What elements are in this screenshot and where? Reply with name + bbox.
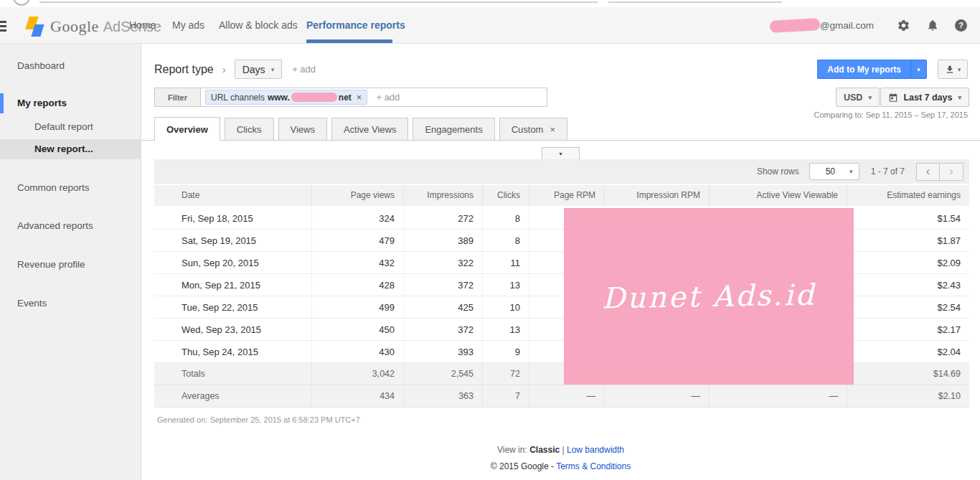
comparing-to-text: Comparing to: Sep 11, 2015 – Sep 17, 201… (814, 110, 968, 119)
column-header-date[interactable]: Date (154, 185, 311, 206)
caret-down-icon: ▾ (559, 151, 562, 157)
caret-down-icon: ▾ (868, 94, 872, 101)
averages-impression-rpm: — (604, 385, 709, 407)
sidebar-item-common-reports[interactable]: Common reports (0, 178, 141, 198)
chart-expand-toggle[interactable]: ▾ (542, 147, 580, 159)
nav-item-allow-block-ads[interactable]: Allow & block ads (219, 7, 298, 43)
sidebar-item-new-report[interactable]: New report... (0, 139, 141, 159)
cell-page-views: 479 (311, 230, 403, 251)
caret-down-icon: ▾ (849, 168, 853, 175)
calendar-icon (888, 93, 898, 103)
tab-custom[interactable]: Custom × (499, 118, 567, 141)
add-to-my-reports-button[interactable]: Add to My reports (817, 60, 910, 79)
cell-page-views: 499 (311, 296, 403, 318)
browser-chrome-remnant (0, 0, 980, 7)
dash: - (551, 461, 554, 471)
nav-item-my-ads[interactable]: My ads (172, 7, 204, 43)
settings-gear-icon[interactable] (897, 19, 910, 32)
url-channels-filter-chip[interactable]: URL channels www. net × (205, 90, 367, 105)
close-tab-icon[interactable]: × (550, 124, 555, 135)
caret-down-icon: ▾ (271, 66, 275, 73)
help-icon[interactable]: ? (955, 19, 967, 32)
copyright-text: © 2015 Google (491, 461, 549, 471)
terms-link[interactable]: Terms & Conditions (556, 461, 631, 471)
cell-clicks: 13 (482, 319, 529, 340)
tab-active-views[interactable]: Active Views (331, 118, 408, 141)
cell-page-views: 430 (311, 341, 403, 362)
totals-clicks: 72 (482, 363, 529, 385)
averages-clicks: 7 (482, 385, 529, 407)
sidebar-item-revenue-profile[interactable]: Revenue profile (0, 255, 141, 275)
sidebar-item-events[interactable]: Events (0, 293, 141, 314)
logo-brand-text: Google (50, 17, 99, 36)
averages-row: Averages 434 363 7 — — — $2.10 (154, 385, 969, 408)
account-email: @gmail.com (820, 20, 874, 31)
chevron-right-icon: › (222, 63, 226, 75)
browser-field-edge (608, 1, 782, 3)
column-header-clicks[interactable]: Clicks (482, 185, 529, 206)
column-header-impressions[interactable]: Impressions (403, 185, 482, 206)
cell-earnings: $2.09 (847, 252, 969, 273)
next-page-button[interactable]: › (940, 163, 963, 181)
caret-down-icon: ▾ (958, 94, 961, 101)
cell-date: Fri, Sep 18, 2015 (154, 207, 311, 229)
copyright-row: © 2015 Google - Terms & Conditions (141, 461, 980, 471)
sidebar-item-my-reports[interactable]: My reports (0, 93, 141, 113)
pagination-info: 1 - 7 of 7 (871, 166, 905, 177)
cell-earnings: $2.17 (847, 319, 969, 340)
add-report-type-link[interactable]: + add (292, 64, 316, 75)
cell-impressions: 322 (403, 252, 482, 273)
remove-filter-icon[interactable]: × (357, 92, 362, 103)
cell-clicks: 10 (482, 296, 529, 318)
add-filter-link[interactable]: + add (376, 92, 400, 103)
currency-dropdown[interactable]: USD ▾ (836, 88, 880, 107)
previous-page-button[interactable]: ‹ (916, 163, 940, 181)
nav-item-home[interactable]: Home (129, 7, 156, 43)
report-type-label: Report type (154, 63, 214, 76)
tab-clicks[interactable]: Clicks (225, 118, 274, 141)
nav-item-performance-reports[interactable]: Performance reports (306, 7, 405, 43)
date-range-dropdown[interactable]: Last 7 days ▾ (880, 88, 969, 107)
sidebar-item-default-report[interactable]: Default report (0, 117, 141, 137)
cell-impressions: 372 (403, 274, 482, 296)
cell-earnings: $2.43 (847, 274, 969, 296)
cell-date: Sat, Sep 19, 2015 (154, 230, 311, 251)
cell-clicks: 8 (482, 207, 529, 229)
cell-page-views: 450 (311, 319, 403, 340)
view-in-label: View in: (497, 445, 527, 455)
column-header-impression-rpm[interactable]: Impression RPM (604, 185, 709, 206)
column-header-page-rpm[interactable]: Page RPM (529, 185, 604, 206)
export-download-button[interactable]: ▾ (938, 60, 968, 79)
notifications-bell-icon[interactable] (926, 19, 939, 32)
cell-clicks: 13 (482, 274, 529, 296)
table-header-row: Date Page views Impressions Clicks Page … (154, 185, 969, 206)
column-header-active-view-viewable[interactable]: Active View Viewable (709, 185, 847, 206)
tab-engagements[interactable]: Engagements (413, 118, 494, 141)
cell-date: Sun, Sep 20, 2015 (154, 252, 311, 273)
adsense-app: Google AdSense Home My ads Allow & block… (0, 0, 980, 480)
download-icon (945, 65, 955, 75)
separator: | (562, 445, 565, 455)
report-type-dropdown[interactable]: Days ▾ (235, 60, 282, 79)
sidebar-item-advanced-reports[interactable]: Advanced reports (0, 216, 141, 236)
watermark-text: Dunet Ads.id (602, 278, 816, 314)
column-header-estimated-earnings[interactable]: Estimated earnings (847, 185, 969, 206)
cell-date: Thu, Sep 24, 2015 (154, 341, 311, 362)
tab-overview[interactable]: Overview (154, 117, 220, 141)
sidebar-item-dashboard[interactable]: Dashboard (0, 56, 141, 76)
cell-impressions: 372 (403, 319, 482, 340)
add-to-my-reports-menu-button[interactable]: ▾ (910, 60, 927, 79)
tab-views[interactable]: Views (278, 118, 327, 141)
report-tabs: Overview Clicks Views Active Views Engag… (154, 117, 567, 141)
cell-clicks: 8 (482, 230, 529, 251)
menu-icon[interactable] (0, 21, 6, 34)
currency-value: USD (844, 93, 862, 103)
low-bandwidth-link[interactable]: Low bandwidth (567, 445, 624, 455)
report-type-value: Days (242, 64, 265, 75)
main-content: Report type › Days ▾ + add Add to My rep… (141, 44, 980, 480)
cell-page-views: 428 (311, 274, 403, 296)
cell-date: Tue, Sep 22, 2015 (154, 296, 311, 318)
column-header-page-views[interactable]: Page views (311, 185, 403, 206)
cell-impressions: 393 (403, 341, 482, 362)
show-rows-dropdown[interactable]: 50 ▾ (809, 163, 859, 180)
